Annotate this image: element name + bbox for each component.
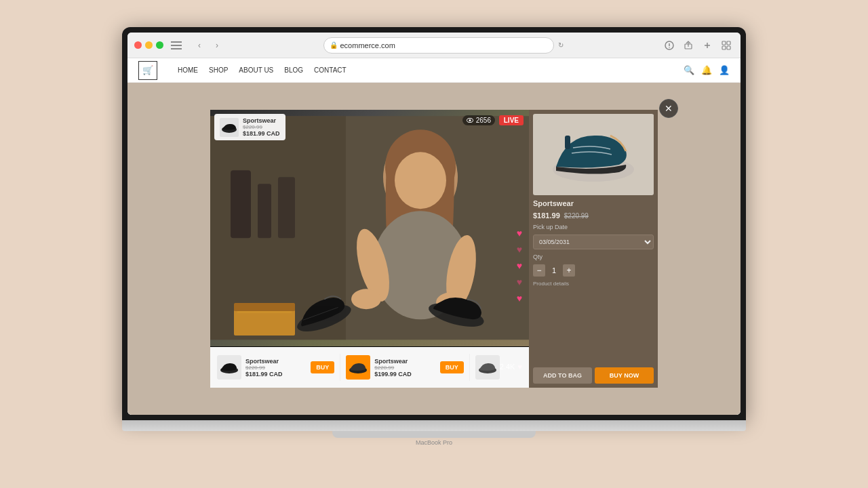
qty-decrease-button[interactable]: − — [533, 264, 545, 277]
svg-rect-30 — [234, 303, 295, 311]
macbook-bottom-bar — [122, 420, 746, 431]
buy-button-1[interactable]: BUY — [311, 361, 334, 373]
svg-rect-11 — [727, 41, 730, 45]
pickup-date-label: Pick up Date — [533, 224, 654, 230]
traffic-lights — [134, 41, 163, 49]
site-navigation: 🛒 HOME SHOP ABOUT US BLOG CONTACT 🔍 🔔 👤 — [127, 58, 741, 83]
heart-2: ♥ — [517, 244, 522, 255]
nav-links: HOME SHOP ABOUT US BLOG CONTACT — [178, 66, 670, 74]
live-stream-modal: ✕ — [210, 110, 658, 388]
fullscreen-traffic-light[interactable] — [156, 41, 163, 49]
viewers-number: 2656 — [476, 117, 491, 124]
product-info-overlay[interactable]: Sportswear $220.99 $181.99 CAD — [214, 114, 285, 140]
cart-icon: 🛒 — [142, 65, 153, 75]
action-buttons: ADD TO BAG BUY NOW — [533, 367, 654, 384]
qty-label: Qty — [533, 253, 654, 260]
svg-point-21 — [395, 152, 446, 209]
svg-rect-0 — [171, 41, 182, 43]
qty-row: − 1 + — [533, 264, 654, 277]
svg-rect-31 — [237, 311, 292, 313]
add-tab-icon[interactable] — [700, 38, 715, 53]
carousel-item-1: Sportswear $220.99 $181.99 CAD BUY — [214, 352, 337, 382]
carousel-name-1: Sportswear — [245, 358, 307, 365]
product-thumbnail — [220, 118, 239, 137]
right-product-panel: ▼ — [529, 110, 658, 388]
svg-point-5 — [669, 47, 670, 48]
panel-price-old: $220.99 — [564, 212, 589, 220]
add-to-bag-button[interactable]: ADD TO BAG — [533, 367, 592, 384]
carousel-details-2: Sportswear $228.99 $199.99 CAD — [374, 358, 435, 378]
panel-price-row: $181.99 $220.99 — [533, 211, 654, 220]
heart-5: ♥ — [517, 293, 522, 304]
buy-button-2[interactable]: BUY — [440, 361, 464, 373]
screen-inner: ‹ › 🔒 ecommerce.com ↻ — [127, 33, 741, 415]
svg-rect-16 — [231, 170, 251, 238]
panel-product-name: Sportswear — [533, 199, 654, 207]
overlay-old-price: $220.99 — [243, 124, 280, 130]
address-bar-wrapper: 🔒 ecommerce.com ↻ — [230, 37, 656, 54]
nav-shop[interactable]: SHOP — [209, 66, 228, 74]
notifications-icon[interactable] — [662, 38, 677, 53]
heart-1: ♥ — [517, 228, 522, 239]
viewers-count: 2656 — [462, 115, 495, 125]
share-icon[interactable] — [681, 38, 696, 53]
svg-rect-12 — [722, 46, 726, 49]
pickup-date-select[interactable]: 03/05/2031 — [533, 235, 654, 249]
heart-3: ♥ — [517, 260, 522, 271]
close-traffic-light[interactable] — [134, 41, 142, 49]
extensions-icon[interactable] — [719, 38, 734, 53]
reload-icon[interactable]: ↻ — [558, 41, 564, 49]
product-overlay-text: Sportswear $220.99 $181.99 CAD — [243, 117, 280, 137]
qty-increase-button[interactable]: + — [563, 264, 575, 277]
svg-rect-2 — [171, 48, 182, 49]
main-content-area: ✕ — [127, 83, 741, 415]
products-carousel: Sportswear $220.99 $181.99 CAD BUY — [210, 347, 529, 388]
buy-now-button[interactable]: BUY NOW — [595, 367, 654, 384]
svg-rect-39 — [565, 136, 570, 149]
spacer — [533, 291, 654, 363]
product-details-link[interactable]: Product details — [533, 281, 654, 287]
svg-point-25 — [351, 289, 381, 309]
screen-bezel: ‹ › 🔒 ecommerce.com ↻ — [122, 27, 746, 420]
browser-actions — [662, 38, 734, 53]
forward-button[interactable]: › — [210, 38, 224, 53]
address-bar[interactable]: 🔒 ecommerce.com — [323, 37, 554, 54]
carousel-item-2: Sportswear $228.99 $199.99 CAD BUY — [343, 352, 466, 382]
macbook-label: MacBook Pro — [416, 439, 452, 446]
carousel-price-2: $199.99 CAD — [374, 371, 435, 378]
back-button[interactable]: ‹ — [192, 38, 207, 53]
nav-icons: 🔍 🔔 👤 — [684, 65, 730, 75]
svg-rect-10 — [722, 41, 726, 45]
nav-blog[interactable]: BLOG — [284, 66, 303, 74]
security-icon: 🔒 — [330, 41, 338, 49]
site-logo[interactable]: 🛒 — [138, 61, 157, 80]
overlay-new-price: $181.99 CAD — [243, 130, 280, 137]
heart-4: ♥ — [517, 277, 522, 287]
video-section: LIVE 2656 — [210, 110, 529, 388]
macbook-foot — [332, 431, 536, 438]
carousel-old-2: $228.99 — [374, 365, 435, 371]
carousel-name-2: Sportswear — [374, 358, 435, 365]
carousel-old-1: $220.99 — [245, 365, 307, 371]
panel-product-image — [533, 114, 654, 195]
divider-2 — [469, 354, 470, 381]
qty-value: 1 — [549, 266, 559, 274]
svg-rect-29 — [234, 310, 295, 336]
carousel-img-1 — [217, 355, 241, 380]
search-icon[interactable]: 🔍 — [684, 65, 694, 75]
browser-navigation: ‹ › — [192, 38, 224, 53]
macbook-frame: ‹ › 🔒 ecommerce.com ↻ — [108, 27, 760, 461]
sidebar-toggle-icon[interactable] — [169, 38, 184, 53]
browser-chrome: ‹ › 🔒 ecommerce.com ↻ — [127, 33, 741, 58]
minimize-traffic-light[interactable] — [145, 41, 153, 49]
carousel-img-3 — [475, 355, 500, 380]
svg-rect-18 — [278, 177, 295, 238]
user-icon[interactable]: 👤 — [719, 65, 730, 75]
nav-contact[interactable]: CONTACT — [314, 66, 347, 74]
close-button[interactable]: ✕ — [659, 99, 678, 118]
nav-home[interactable]: HOME — [178, 66, 198, 74]
nav-about[interactable]: ABOUT US — [239, 66, 273, 74]
shoe-box — [231, 289, 298, 340]
video-background: LIVE 2656 — [210, 110, 529, 346]
bell-icon[interactable]: 🔔 — [701, 65, 712, 75]
